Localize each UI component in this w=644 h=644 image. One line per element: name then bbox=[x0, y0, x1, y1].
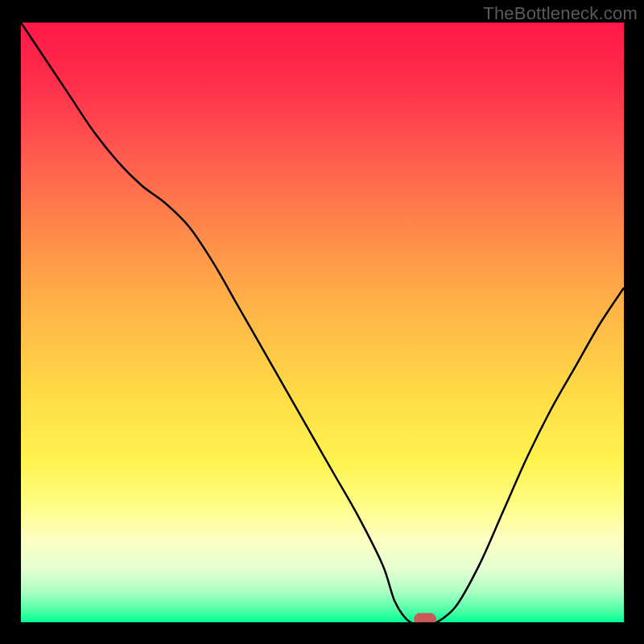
watermark-text: TheBottleneck.com bbox=[483, 3, 638, 24]
chart-frame: TheBottleneck.com bbox=[0, 0, 644, 644]
plot-area bbox=[21, 23, 624, 622]
bottleneck-curve bbox=[21, 23, 624, 622]
